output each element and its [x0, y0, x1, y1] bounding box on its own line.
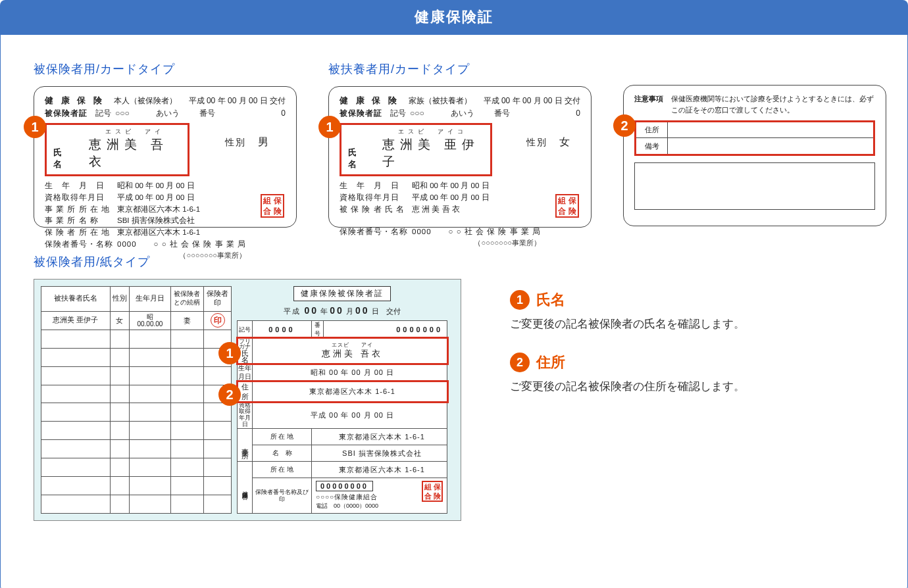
badge-2b-icon: 2 — [218, 383, 241, 406]
card2-bango-label: 番号 — [494, 108, 510, 119]
card2-insurerno-value: 0000 ○ ○ 社 会 保 険 事 業 局 — [412, 226, 541, 238]
paper-insno: 00000000 — [316, 481, 373, 491]
card1-sex-value: 男 — [258, 136, 268, 147]
legend-badge-2-icon: 2 — [510, 353, 530, 372]
card2-sex-value: 女 — [559, 136, 570, 147]
card2-dob-value: 昭和 00 年 00 月 00 日 — [412, 180, 490, 192]
paper-name: エスビ アイ 恵洲美 吾衣 — [253, 338, 447, 364]
card1-issue-date: 平成 00 年 00 月 00 日 交付 — [189, 95, 286, 107]
card2-name-label: 氏名 — [348, 147, 370, 170]
card2-insurerno-label: 保険者番号・名称 — [340, 226, 412, 238]
paper-card: 被扶養者氏名 性別 生年月日 被保険者との続柄 保険者印 恵洲美 亜伊子 女 昭… — [34, 279, 461, 521]
notes-addr-label: 住所 — [636, 122, 668, 137]
paper-dob: 昭和 00 年 00 月 00 日 — [253, 364, 447, 381]
paper-main-table: 健康保険被保険者証 平成 00 年 00 月 00 日 交付 記号 0000 番… — [237, 286, 447, 514]
paper-kigo-label: 記号 — [238, 320, 253, 338]
legend-row-1: 1 氏名 ご変更後の記名被保険者の氏名を確認します。 — [510, 290, 881, 331]
card2-sex-label: 性別 — [526, 137, 547, 147]
card1-name: 恵洲美 吾衣 — [89, 137, 168, 168]
notes-card: 2 注意事項 保健医療機関等において診療を受けようとするときには、必ずこの証をそ… — [623, 85, 886, 226]
legend-desc-1: ご変更後の記名被保険者の氏名を確認します。 — [510, 316, 881, 331]
card2-insured-name-label: 被 保 険 者 氏 名 — [340, 204, 412, 216]
paper-main-wrap: 1 2 健康保険被保険者証 平成 00 年 00 月 00 日 交付 記号 00… — [237, 286, 447, 514]
card1-office-name-value: SBI 損害保険株式会社 — [117, 215, 195, 227]
dep-h-seal: 保険者印 — [204, 287, 232, 312]
content-frame: 被保険者用/カードタイプ 1 健 康 保 険 本人（被保険者） 平成 00 年 … — [0, 35, 908, 588]
card1-sex-label: 性別 — [225, 137, 246, 147]
card2-kigo-value: ○○○ — [410, 109, 424, 118]
card1-insurer-loc-value: 東京都港区六本木 1-6-1 — [117, 227, 200, 239]
card2-insured-name-value: 恵 洲 美 吾 衣 — [412, 204, 460, 216]
card2-office-branch: （○○○○○○○事業所） — [340, 238, 580, 248]
card1-name-label: 氏名 — [53, 147, 77, 170]
card2-furigana: エスビ アイコ — [382, 128, 484, 136]
dep-dob: 昭00.00.00 — [130, 311, 171, 330]
legend-row-2: 2 住所 ご変更後の記名被保険者の住所を確認します。 — [510, 353, 881, 394]
card1-dob-value: 昭和 00 年 00 月 00 日 — [117, 180, 195, 192]
paper-qual: 平成 00 年 00 月 00 日 — [253, 402, 447, 429]
card1-qual-value: 平成 00 年 00 月 00 日 — [117, 192, 195, 204]
badge-1b-icon: 1 — [318, 116, 341, 138]
card1-section: 被保険者用/カードタイプ 1 健 康 保 険 本人（被保険者） 平成 00 年 … — [34, 61, 297, 228]
section-label-1: 被保険者用/カードタイプ — [34, 61, 297, 77]
paper-ins-label: 健康保険組合 — [241, 486, 249, 490]
dep-h-rel: 被保険者との続柄 — [170, 287, 203, 312]
legend-title-2: 住所 — [536, 353, 565, 372]
card1-kigo-label: 記号 — [95, 108, 111, 119]
card2-type: 家族（被扶養者） — [409, 95, 472, 107]
paper-dob-label: 生年月日 — [238, 364, 253, 381]
insurance-card-2: 1 健 康 保 険 家族（被扶養者） 平成 00 年 00 月 00 日 交付 … — [328, 86, 592, 228]
card2-dob-label: 生 年 月 日 — [340, 180, 412, 192]
paper-kigo-val: 0000 — [253, 320, 312, 338]
notes-remark-label: 備考 — [636, 138, 668, 154]
card1-type: 本人（被保険者） — [114, 95, 177, 107]
notes-label: 注意事項 — [634, 93, 663, 115]
card2-issue-date: 平成 00 年 00 月 00 日 交付 — [484, 95, 580, 107]
paper-title: 健康保険被保険者証 — [293, 286, 391, 301]
paper-seal-icon: 組保 合険 — [422, 481, 443, 502]
legend: 1 氏名 ご変更後の記名被保険者の氏名を確認します。 2 住所 ご変更後の記名被… — [510, 254, 881, 521]
paper-qual-label: 資格取得年月日 — [238, 402, 253, 429]
legend-desc-2: ご変更後の記名被保険者の住所を確認します。 — [510, 379, 881, 394]
card2-bango-value: 0 — [576, 109, 580, 118]
card1-qual-label: 資格取得年月日 — [45, 192, 117, 204]
card2-section: 被扶養者用/カードタイプ 1 健 康 保 険 家族（被扶養者） 平成 00 年 … — [328, 61, 592, 228]
badge-1c-icon: 1 — [218, 342, 241, 364]
card1-kigo-value: ○○○ — [115, 109, 130, 118]
card2-cert-label: 被保険者証 — [340, 108, 382, 119]
card1-insurerno-value: 0000 ○ ○ 社 会 保 険 事 業 局 — [117, 239, 246, 251]
insurance-card-1: 1 健 康 保 険 本人（被保険者） 平成 00 年 00 月 00 日 交付 … — [34, 86, 297, 228]
card2-kigo-label: 記号 — [390, 108, 406, 119]
paper-bizloc: 東京都港区六本木 1-6-1 — [312, 429, 447, 445]
card2-qual-label: 資格取得年月日 — [340, 192, 412, 204]
card1-dob-label: 生 年 月 日 — [45, 180, 117, 192]
dep-h-name: 被扶養者氏名 — [41, 287, 111, 312]
paper-bango-label: 番号 — [312, 320, 324, 338]
paper-addr-highlight: 住 所 東京都港区六本木 1-6-1 — [238, 381, 447, 402]
paper-tel: 電話 00（0000）0000 — [316, 502, 416, 510]
card1-office-branch: （○○○○○○○事業所） — [45, 251, 286, 260]
card1-furigana: エスビ アイ — [89, 128, 181, 136]
card2-name-highlight: 氏名 エスビ アイコ 恵洲美 亜伊子 — [340, 123, 492, 176]
paper-bname-label: 名 称 — [253, 445, 312, 462]
paper-biz-label: 事業所 — [240, 442, 249, 448]
notes-blank-box — [634, 162, 875, 210]
card2-title: 健 康 保 険 — [340, 95, 399, 107]
paper-bizloc-label: 所 在 地 — [253, 429, 312, 445]
card1-aiu: あいう — [156, 108, 180, 119]
paper-bango-val: 0000000 — [324, 320, 447, 338]
seal-circle-icon: 印 — [211, 313, 225, 328]
card1-name-highlight: 氏名 エスビ アイ 恵洲美 吾衣 — [45, 123, 189, 176]
card1-bango-label: 番号 — [199, 108, 215, 119]
card1-bango-value: 0 — [281, 109, 286, 118]
card1-office-loc-label: 事 業 所 所 在 地 — [45, 204, 117, 216]
card1-title: 健 康 保 険 — [45, 95, 105, 107]
dep-name: 恵洲美 亜伊子 — [41, 311, 111, 330]
paper-section: 被保険者用/紙タイプ 被扶養者氏名 性別 生年月日 被保険者との続柄 保険者印 … — [34, 254, 461, 521]
page-header: 健康保険証 — [0, 0, 908, 35]
paper-bname: SBI 損害保険株式会社 — [312, 445, 447, 462]
card1-cert-label: 被保険者証 — [45, 108, 88, 119]
card2-seal-icon: 組保 合険 — [555, 194, 579, 218]
card2-name: 恵洲美 亜伊子 — [382, 137, 480, 168]
paper-addr: 東京都港区六本木 1-6-1 — [253, 381, 447, 402]
